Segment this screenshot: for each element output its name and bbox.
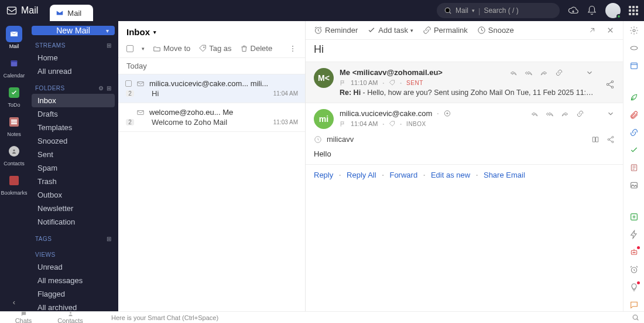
sidebar-item-all-archived[interactable]: All archived bbox=[32, 301, 115, 311]
plus-icon[interactable]: ⊞ bbox=[107, 85, 112, 91]
share-icon[interactable] bbox=[605, 80, 615, 89]
close-icon[interactable] bbox=[606, 26, 615, 35]
lightbulb-icon[interactable] bbox=[629, 283, 639, 292]
forward-icon[interactable] bbox=[561, 110, 569, 118]
snooze-button[interactable]: Snooze bbox=[477, 26, 514, 35]
add-task-button[interactable]: Add task▾ bbox=[367, 26, 413, 35]
move-to-button[interactable]: Move to bbox=[153, 44, 190, 53]
chevron-down-icon: ▾ bbox=[153, 29, 156, 35]
notes-icon bbox=[9, 117, 19, 127]
gear-icon[interactable]: ⚙ bbox=[98, 85, 104, 91]
link-icon[interactable] bbox=[555, 69, 563, 77]
mail-fill-icon bbox=[56, 9, 64, 17]
message-item[interactable]: milica.vucicevic@cake.com... mili... 2 H… bbox=[118, 74, 305, 103]
message-item[interactable]: welcome@zoho.eu... Me 2 Welcome to Zoho … bbox=[118, 103, 305, 132]
sidebar-item-all-unread[interactable]: All unread bbox=[32, 64, 115, 78]
plus-icon[interactable]: ⊞ bbox=[107, 236, 112, 242]
new-mail-label: New Mail bbox=[56, 26, 90, 35]
flag-icon[interactable] bbox=[340, 80, 346, 86]
chevron-down-icon[interactable] bbox=[585, 69, 594, 77]
delete-button[interactable]: Delete bbox=[240, 44, 273, 53]
add-widget-icon[interactable] bbox=[629, 212, 639, 222]
sidebar-item-snoozed[interactable]: Snoozed bbox=[32, 134, 115, 148]
reader-mode-icon[interactable] bbox=[591, 135, 600, 144]
flag-icon[interactable] bbox=[340, 121, 346, 127]
select-all-checkbox[interactable] bbox=[126, 45, 133, 52]
share-email-link[interactable]: Share Email bbox=[484, 171, 525, 179]
sidebar-item-templates[interactable]: Templates bbox=[32, 121, 115, 134]
rail-notes[interactable]: Notes bbox=[6, 114, 22, 137]
chat-icon[interactable] bbox=[443, 110, 451, 118]
person-icon bbox=[67, 311, 74, 317]
reply-link[interactable]: Reply bbox=[314, 171, 333, 179]
sidebar-item-unread[interactable]: Unread bbox=[32, 260, 115, 274]
todo-icon[interactable] bbox=[629, 145, 639, 155]
notes-icon[interactable] bbox=[629, 163, 639, 172]
chat-icon[interactable] bbox=[629, 300, 639, 310]
message-checkbox[interactable] bbox=[125, 80, 132, 87]
more-icon[interactable] bbox=[289, 45, 297, 53]
sidebar-item-spam[interactable]: Spam bbox=[32, 161, 115, 175]
reply-icon[interactable] bbox=[530, 110, 539, 118]
rail-todo[interactable]: ToDo bbox=[6, 84, 22, 108]
reply-all-icon[interactable] bbox=[546, 110, 554, 118]
sidebar-item-all-messages[interactable]: All messages bbox=[32, 274, 115, 287]
reply-all-icon[interactable] bbox=[525, 69, 533, 77]
tag-as-button[interactable]: Tag as bbox=[198, 44, 231, 53]
leaf-icon[interactable] bbox=[629, 93, 639, 102]
folder-title[interactable]: Inbox ▾ bbox=[118, 21, 305, 42]
bell-icon[interactable] bbox=[587, 5, 597, 16]
forward-link[interactable]: Forward bbox=[389, 171, 417, 179]
bottom-chats[interactable]: Chats bbox=[0, 311, 47, 323]
bot-icon[interactable] bbox=[629, 247, 639, 257]
sidebar-item-trash[interactable]: Trash bbox=[32, 175, 115, 188]
mail-icon bbox=[9, 29, 19, 39]
gear-icon[interactable] bbox=[629, 26, 639, 35]
app-switcher-icon[interactable] bbox=[629, 6, 638, 15]
global-search[interactable]: Mail ▾ | Search ( / ) bbox=[437, 3, 560, 18]
chevron-down-icon[interactable] bbox=[607, 110, 615, 118]
avatar[interactable] bbox=[605, 3, 621, 18]
reply-all-link[interactable]: Reply All bbox=[347, 171, 376, 179]
reply-icon[interactable] bbox=[509, 69, 518, 77]
rail-calendar[interactable]: Calendar bbox=[4, 55, 25, 79]
rail-mail[interactable]: Mail bbox=[6, 26, 22, 49]
sidebar-item-flagged[interactable]: Flagged bbox=[32, 287, 115, 301]
share-icon[interactable] bbox=[607, 135, 615, 144]
rail-expand-icon[interactable]: ‹ bbox=[13, 298, 15, 307]
sidebar-item-drafts[interactable]: Drafts bbox=[32, 107, 115, 121]
rail-bookmarks[interactable]: Bookmarks bbox=[1, 172, 27, 196]
edit-as-new-link[interactable]: Edit as new bbox=[431, 171, 470, 179]
new-mail-button[interactable]: New Mail ▾ bbox=[32, 26, 115, 35]
permalink-button[interactable]: Permalink bbox=[423, 26, 468, 35]
link-icon[interactable] bbox=[576, 110, 584, 118]
sidebar-item-sent[interactable]: Sent bbox=[32, 148, 115, 161]
attachment-icon[interactable] bbox=[629, 110, 639, 120]
plus-icon[interactable]: ⊞ bbox=[107, 42, 112, 49]
tab-mail[interactable]: Mail bbox=[50, 5, 93, 21]
calendar-icon[interactable] bbox=[629, 61, 639, 70]
message-time: 11:10 AM bbox=[351, 79, 378, 86]
bottom-contacts[interactable]: Contacts bbox=[47, 311, 94, 323]
chevron-down-icon[interactable]: ▾ bbox=[142, 46, 145, 52]
sidebar-item-home[interactable]: Home bbox=[32, 51, 115, 64]
svg-point-8 bbox=[292, 50, 293, 52]
sidebar-item-notification[interactable]: Notification bbox=[32, 215, 115, 229]
sidebar-item-inbox[interactable]: Inbox bbox=[32, 94, 115, 107]
bolt-icon[interactable] bbox=[629, 230, 639, 239]
thread-message-collapsed[interactable]: M< Me <milicavv@zohomail.eu> bbox=[306, 62, 623, 103]
tag-icon[interactable] bbox=[389, 80, 395, 86]
open-new-icon[interactable] bbox=[588, 26, 597, 35]
alarm-icon[interactable] bbox=[629, 265, 639, 274]
link-icon[interactable] bbox=[629, 128, 639, 137]
rail-contacts[interactable]: Contacts bbox=[4, 143, 25, 166]
tag-icon[interactable] bbox=[389, 121, 395, 127]
search-icon[interactable] bbox=[632, 314, 639, 321]
forward-icon[interactable] bbox=[540, 69, 548, 77]
cloud-download-icon[interactable] bbox=[568, 5, 578, 16]
sidebar-item-newsletter[interactable]: Newsletter bbox=[32, 202, 115, 215]
image-icon[interactable] bbox=[629, 181, 639, 190]
reminder-button[interactable]: Reminder bbox=[314, 26, 358, 35]
sidebar-item-outbox[interactable]: Outbox bbox=[32, 188, 115, 202]
widget-icon[interactable] bbox=[629, 43, 639, 53]
